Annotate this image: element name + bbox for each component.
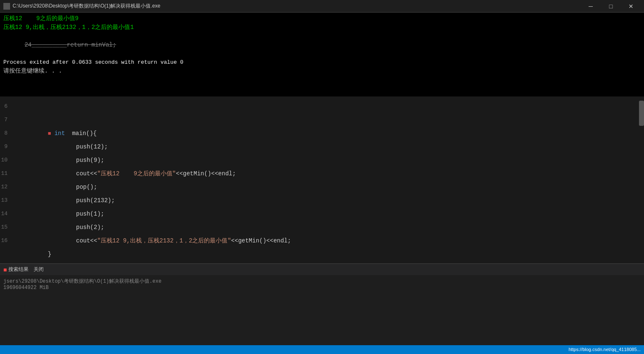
bottom-panel: ■ 搜索结果 关闭 jsers\29208\Desktop\考研数据结构\O(1… xyxy=(0,263,644,345)
tab-close-icon[interactable]: ■ xyxy=(3,266,7,273)
window-controls: ─ □ ✕ xyxy=(581,0,641,13)
code-line-13: 13 push(1); xyxy=(0,194,644,207)
status-bar: https://blog.csdn.net/qq_4118085... xyxy=(0,345,644,354)
code-line-11: 11 pop(); xyxy=(0,167,644,180)
close-tab[interactable]: 关闭 xyxy=(34,266,44,273)
title-bar-left: C:\Users\29208\Desktop\考研数据结构\O(1)解决获得栈最… xyxy=(3,3,160,10)
main-container: 压栈12 9之后的最小值9 压栈12 9,出栈，压栈2132，1，2之后的最小值… xyxy=(0,13,644,354)
code-line-15: 15 cout<<"压栈12 9,出栈，压栈2132，1，2之后的最小值"<<g… xyxy=(0,221,644,234)
code-line-9: 9 push(9); xyxy=(0,140,644,154)
scrollbar-track[interactable] xyxy=(639,96,644,264)
code-line-8: 8 push(12); xyxy=(0,127,644,140)
console-output: 压栈12 9之后的最小值9 压栈12 9,出栈，压栈2132，1，2之后的最小值… xyxy=(0,13,644,96)
line-number: 9 xyxy=(0,140,13,154)
line-number: 12 xyxy=(0,180,13,194)
svg-rect-0 xyxy=(4,4,9,9)
code-line-7: 7 ■ int main(){ xyxy=(0,113,644,127)
code-line-6: 6 xyxy=(0,100,644,113)
code-line-10: 10 cout<<"压栈12 9之后的最小值"<<getMin()<<endl; xyxy=(0,154,644,167)
line-number: 16 xyxy=(0,234,13,247)
window-title: C:\Users\29208\Desktop\考研数据结构\O(1)解决获得栈最… xyxy=(13,3,160,10)
file-size-line: 19696044922 MiB xyxy=(3,285,641,291)
file-path-line: jsers\29208\Desktop\考研数据结构\O(1)解决获得栈最小值.… xyxy=(3,278,641,285)
console-line-2: 压栈12 9,出栈，压栈2132，1，2之后的最小值1 xyxy=(3,23,641,32)
app-icon xyxy=(3,3,10,10)
line-number: 15 xyxy=(0,221,13,234)
maximize-button[interactable]: □ xyxy=(601,0,621,13)
search-results-label[interactable]: 搜索结果 xyxy=(8,266,29,273)
line-text: cout<<"压栈12 9,出栈，压栈2132，1，2之后的最小值"<<getM… xyxy=(13,221,291,261)
console-line-3: 24__________return minVal; xyxy=(3,32,641,58)
title-bar: C:\Users\29208\Desktop\考研数据结构\O(1)解决获得栈最… xyxy=(0,0,644,13)
close-tab-label[interactable]: 关闭 xyxy=(34,266,44,273)
code-lines-container: 6 7 ■ int main(){ 8 push(12); 9 xyxy=(0,96,644,251)
code-line-12: 12 push(2132); xyxy=(0,180,644,194)
line-number: 11 xyxy=(0,167,13,180)
search-results-tab[interactable]: ■ 搜索结果 xyxy=(3,266,29,273)
line-number: 8 xyxy=(0,127,13,140)
close-button[interactable]: ✕ xyxy=(621,0,641,13)
line-number: 10 xyxy=(0,154,13,167)
line-text: } xyxy=(13,234,51,264)
line-number: 14 xyxy=(0,207,13,221)
bottom-content-area: jsers\29208\Desktop\考研数据结构\O(1)解决获得栈最小值.… xyxy=(0,275,644,345)
code-line-14: 14 push(2); xyxy=(0,207,644,221)
console-line-1: 压栈12 9之后的最小值9 xyxy=(3,14,641,23)
continue-line: 请按任意键继续. . . xyxy=(3,67,641,75)
scrollbar-thumb[interactable] xyxy=(639,101,644,126)
line-number: 7 xyxy=(0,113,13,127)
minimize-button[interactable]: ─ xyxy=(581,0,600,13)
code-editor: 6 7 ■ int main(){ 8 push(12); 9 xyxy=(0,96,644,264)
status-url: https://blog.csdn.net/qq_4118085... xyxy=(568,347,641,352)
line-number: 6 xyxy=(0,100,13,113)
line-number: 13 xyxy=(0,194,13,207)
bottom-tab-bar: ■ 搜索结果 关闭 xyxy=(0,263,644,275)
process-exit-line: Process exited after 0.0633 seconds with… xyxy=(3,58,641,67)
